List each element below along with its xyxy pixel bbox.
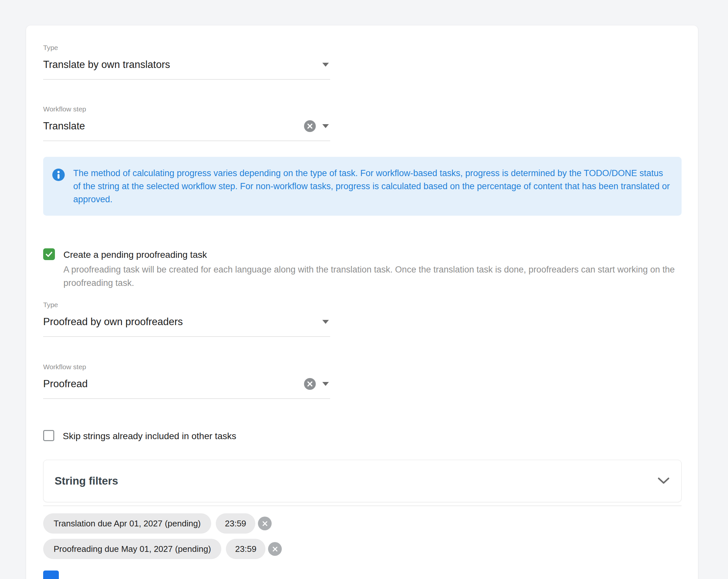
create-proofreading-label: Create a pending proofreading task — [63, 248, 207, 261]
translation-workflow-label: Workflow step — [43, 105, 330, 113]
panel-divider — [43, 505, 682, 506]
progress-info-text: The method of calculating progress varie… — [73, 167, 672, 206]
proofreading-type-field: Type Proofread by own proofreaders — [43, 301, 330, 337]
proofreading-type-select[interactable]: Proofread by own proofreaders — [43, 313, 330, 337]
translation-workflow-select[interactable]: Translate — [43, 117, 330, 141]
clear-workflow-button[interactable] — [304, 120, 316, 132]
translation-workflow-value: Translate — [43, 119, 304, 133]
remove-circle-x-icon — [262, 521, 268, 527]
proofreading-type-label: Type — [43, 301, 330, 309]
translation-deadline-time-chip[interactable]: 23:59 — [216, 513, 255, 533]
proofreading-workflow-label: Workflow step — [43, 363, 330, 371]
proofreading-deadline-chip[interactable]: Proofreading due May 01, 2027 (pending) — [43, 539, 221, 559]
string-filters-title: String filters — [55, 475, 118, 487]
skip-strings-label: Skip strings already included in other t… — [63, 430, 236, 442]
progress-info-alert: The method of calculating progress varie… — [43, 157, 682, 216]
skip-strings-checkbox-row[interactable]: Skip strings already included in other t… — [43, 430, 682, 442]
unchecked-checkbox[interactable] — [43, 430, 54, 441]
proofreading-deadline-time-chip[interactable]: 23:59 — [226, 539, 265, 559]
translation-deadline-row: Translation due Apr 01, 2027 (pending) 2… — [43, 513, 682, 533]
proofreading-deadline-row: Proofreading due May 01, 2027 (pending) … — [43, 539, 682, 559]
remove-deadline-button[interactable] — [258, 517, 272, 530]
dropdown-caret-icon — [322, 320, 329, 324]
clear-workflow-button[interactable] — [304, 378, 316, 390]
chevron-down-icon — [658, 477, 670, 485]
proofreading-workflow-field: Workflow step Proofread — [43, 363, 330, 399]
translation-type-field: Type Translate by own translators — [43, 44, 330, 80]
translation-deadline-chip[interactable]: Translation due Apr 01, 2027 (pending) — [43, 513, 211, 533]
info-icon — [52, 169, 65, 181]
checked-checkbox[interactable] — [43, 248, 55, 260]
remove-circle-x-icon — [272, 546, 278, 552]
translation-type-value: Translate by own translators — [43, 58, 322, 71]
proofreading-workflow-select[interactable]: Proofread — [43, 375, 330, 399]
task-form-card: Type Translate by own translators Workfl… — [26, 26, 698, 579]
create-proofreading-checkbox-row[interactable]: Create a pending proofreading task — [43, 248, 682, 261]
translation-type-label: Type — [43, 44, 330, 52]
remove-deadline-button[interactable] — [268, 542, 282, 556]
translation-type-select[interactable]: Translate by own translators — [43, 56, 330, 80]
dropdown-caret-icon — [322, 63, 329, 67]
proofreading-type-value: Proofread by own proofreaders — [43, 315, 322, 328]
checkmark-icon — [45, 250, 53, 258]
translation-workflow-field: Workflow step Translate — [43, 105, 330, 141]
proofreading-workflow-value: Proofread — [43, 377, 304, 390]
proofreading-checkbox-block: Create a pending proofreading task A pro… — [43, 248, 682, 290]
dropdown-caret-icon — [322, 124, 329, 128]
primary-action-button-partial[interactable] — [43, 571, 59, 579]
clear-circle-x-icon — [307, 123, 313, 129]
dropdown-caret-icon — [322, 382, 329, 386]
proofreading-description: A proofreading task will be created for … — [63, 263, 678, 290]
string-filters-panel[interactable]: String filters — [43, 460, 682, 502]
clear-circle-x-icon — [307, 381, 313, 387]
